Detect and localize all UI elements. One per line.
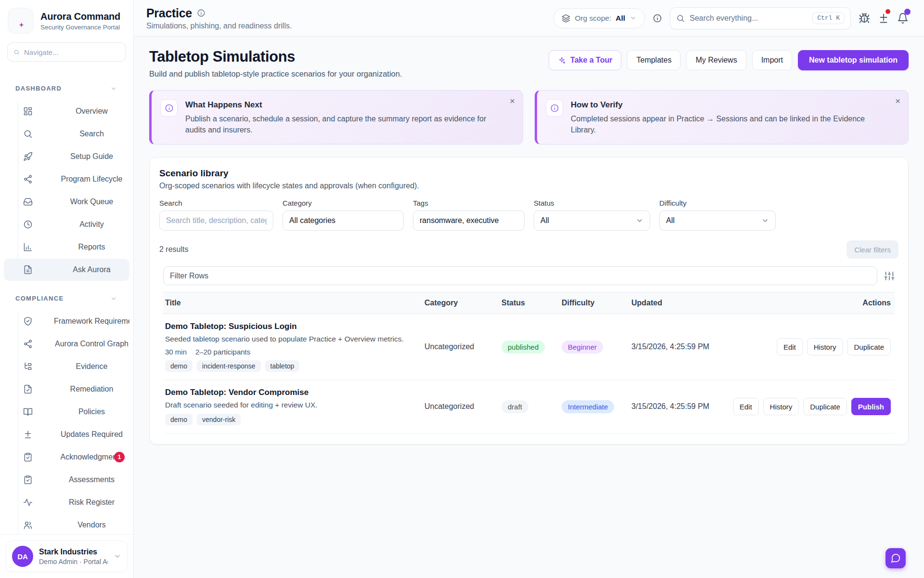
chat-widget-button[interactable]: [886, 548, 906, 568]
table-header: TitleCategoryStatusDifficultyUpdatedActi…: [163, 292, 895, 314]
close-icon[interactable]: ×: [895, 96, 900, 105]
duplicate-button[interactable]: Duplicate: [803, 398, 847, 415]
banner-icon-box: [546, 99, 563, 117]
sidebar-item-label: Risk Register: [54, 498, 129, 507]
tags-input[interactable]: [420, 216, 518, 225]
sidebar-item-framework-requirements[interactable]: Framework Requirements: [4, 310, 129, 332]
navigate-input[interactable]: [24, 48, 120, 56]
table-row: Demo Tabletop: Suspicious LoginSeeded ta…: [163, 314, 895, 380]
sidebar-item-activity[interactable]: Activity: [4, 213, 129, 236]
book-icon: [23, 407, 33, 417]
sidebar-item-label: Vendors: [54, 521, 129, 529]
sidebar-item-acknowledgments[interactable]: Acknowledgments1: [4, 446, 129, 468]
sidebar-item-program-lifecycle[interactable]: Program Lifecycle: [4, 168, 129, 190]
difficulty-select[interactable]: All: [659, 210, 776, 231]
org-scope-label: Org scope:: [575, 14, 611, 23]
notification-dot: [904, 9, 911, 15]
graph-icon: [23, 174, 33, 184]
sidebar-item-evidence[interactable]: Evidence: [4, 355, 129, 378]
sidebar-item-updates-required[interactable]: Updates Required: [4, 423, 129, 446]
take-a-tour-button[interactable]: Take a Tour: [549, 50, 621, 70]
clock-icon: [23, 220, 33, 229]
sidebar-item-work-queue[interactable]: Work Queue: [4, 191, 129, 213]
sidebar-item-setup-guide[interactable]: Setup Guide: [4, 145, 129, 168]
notifications-bell-icon[interactable]: [897, 13, 909, 24]
banner-what-happens-next: What Happens Next Publish a scenario, sc…: [149, 90, 523, 144]
clipboard-check-icon: [23, 475, 33, 485]
sidebar-item-label: Evidence: [54, 362, 129, 371]
brand: Aurora Command Security Governance Porta…: [0, 0, 133, 39]
my-reviews-button[interactable]: My Reviews: [686, 50, 746, 70]
help-info-icon[interactable]: [653, 13, 662, 23]
results-count: 2 results: [159, 245, 188, 254]
new-tabletop-simulation-button[interactable]: New tabletop simulation: [798, 50, 909, 70]
edit-button[interactable]: Edit: [777, 338, 803, 355]
sidebar-item-aurora-control-graph[interactable]: Aurora Control Graph: [4, 333, 129, 355]
nav-section-compliance[interactable]: COMPLIANCE: [0, 292, 133, 307]
sidebar-item-ask-aurora[interactable]: Ask Aurora: [4, 259, 129, 281]
row-duration: 30 min: [165, 348, 187, 356]
info-icon[interactable]: [197, 9, 205, 17]
global-search[interactable]: Ctrl K: [670, 7, 851, 29]
edit-button[interactable]: Edit: [733, 398, 759, 415]
alert-dot: [886, 9, 890, 14]
sidebar-item-overview[interactable]: Overview: [4, 100, 129, 122]
banner-title: What Happens Next: [185, 100, 493, 110]
info-icon: [165, 104, 174, 113]
sidebar-item-label: Search: [54, 130, 129, 138]
nav-section-label: COMPLIANCE: [15, 295, 64, 302]
row-participants: 2–20 participants: [195, 348, 250, 356]
filter-label-difficulty: Difficulty: [659, 199, 776, 207]
sidebar-item-assessments[interactable]: Assessments: [4, 469, 129, 491]
category-input[interactable]: [289, 216, 397, 225]
changes-diff-icon[interactable]: [878, 13, 889, 24]
banner-icon-box: [160, 99, 178, 117]
sidebar-item-label: Work Queue: [54, 197, 129, 206]
nav-section-dashboard[interactable]: DASHBOARD: [0, 82, 133, 97]
filter-label-category: Category: [282, 199, 404, 207]
sidebar-navigate-search[interactable]: [7, 42, 126, 62]
banner-how-to-verify: How to Verify Completed sessions appear …: [535, 90, 909, 144]
view-options-icon[interactable]: [884, 271, 895, 281]
clear-filters-button[interactable]: Clear filters: [847, 240, 898, 259]
close-icon[interactable]: ×: [510, 96, 515, 105]
templates-button[interactable]: Templates: [627, 50, 680, 70]
scenario-search-input[interactable]: [166, 216, 267, 225]
sidebar-item-label: Reports: [54, 243, 129, 251]
avatar: DA: [12, 546, 33, 567]
sidebar-item-label: Updates Required: [54, 430, 129, 439]
content: Tabletop Simulations Build and publish t…: [134, 37, 924, 578]
sidebar-item-label: Program Lifecycle: [54, 175, 129, 184]
page-title: Tabletop Simulations: [149, 48, 402, 66]
sidebar-item-search[interactable]: Search: [4, 123, 129, 145]
row-category: Uncategorized: [421, 342, 498, 351]
sidebar-item-reports[interactable]: Reports: [4, 236, 129, 258]
sidebar-item-policies[interactable]: Policies: [4, 401, 129, 423]
status-select[interactable]: All: [534, 210, 650, 231]
search-icon: [13, 48, 20, 56]
filter-label-search: Search: [159, 199, 273, 207]
publish-button[interactable]: Publish: [851, 398, 891, 415]
filter-rows-input[interactable]: [170, 272, 871, 280]
banner-title: How to Verify: [571, 100, 879, 110]
sidebar: Aurora Command Security Governance Porta…: [0, 0, 134, 578]
sidebar-item-vendors[interactable]: Vendors: [4, 514, 129, 534]
rocket-icon: [23, 152, 33, 161]
sidebar-item-risk-register[interactable]: Risk Register: [4, 491, 129, 513]
global-search-input[interactable]: [690, 14, 808, 23]
chat-bubble-icon: [890, 553, 901, 564]
import-button[interactable]: Import: [752, 50, 792, 70]
tag-pill: tabletop: [265, 360, 300, 372]
status-badge: published: [501, 341, 545, 354]
org-scope-selector[interactable]: Org scope: All: [553, 8, 645, 28]
filter-label-tags: Tags: [413, 199, 525, 207]
search-icon: [23, 129, 33, 139]
bug-report-icon[interactable]: [859, 13, 870, 24]
inbox-icon: [23, 197, 33, 207]
history-button[interactable]: History: [763, 398, 799, 415]
chevron-down-icon: [636, 217, 643, 224]
duplicate-button[interactable]: Duplicate: [847, 338, 891, 355]
user-menu[interactable]: DA Stark Industries Demo Admin · Portal …: [6, 540, 128, 572]
history-button[interactable]: History: [807, 338, 843, 355]
sidebar-item-remediation[interactable]: Remediation: [4, 378, 129, 400]
